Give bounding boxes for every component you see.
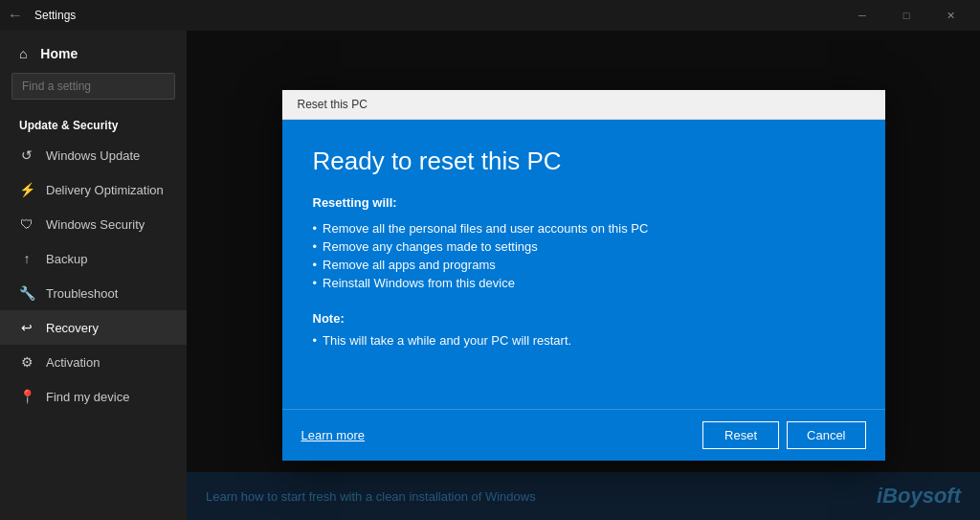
maximize-button[interactable]: □ <box>884 0 928 31</box>
search-input[interactable] <box>11 73 175 100</box>
dialog-buttons: Reset Cancel <box>702 421 865 449</box>
dialog-body: Ready to reset this PC Resetting will: R… <box>282 120 885 409</box>
reset-pc-dialog: Reset this PC Ready to reset this PC Res… <box>282 90 885 461</box>
title-bar: ← Settings ─ □ ✕ <box>0 0 980 31</box>
content-area: Learn how to start fresh with a clean in… <box>187 31 980 520</box>
sidebar-item-backup[interactable]: ↑ Backup <box>0 241 187 276</box>
list-item: Remove all the personal files and user a… <box>313 219 855 237</box>
note-label: Note: <box>313 311 855 326</box>
dialog-title-text: Reset this PC <box>298 98 368 111</box>
minimize-button[interactable]: ─ <box>840 0 884 31</box>
home-icon: ⌂ <box>19 46 27 61</box>
sidebar-item-find-device[interactable]: 📍 Find my device <box>0 379 187 414</box>
sidebar-item-windows-security[interactable]: 🛡 Windows Security <box>0 207 187 241</box>
app-title: Settings <box>34 9 840 22</box>
sidebar-item-delivery-optimization[interactable]: ⚡ Delivery Optimization <box>0 172 187 207</box>
modal-overlay: Reset this PC Ready to reset this PC Res… <box>187 31 980 520</box>
recovery-icon: ↩ <box>19 320 34 335</box>
sidebar-item-recovery[interactable]: ↩ Recovery <box>0 310 187 345</box>
list-item: Remove all apps and programs <box>313 256 855 274</box>
resetting-will-label: Resetting will: <box>313 195 855 210</box>
backup-icon: ↑ <box>19 251 34 266</box>
reset-button[interactable]: Reset <box>702 421 779 449</box>
activation-icon: ⚙ <box>19 354 34 370</box>
sidebar: ⌂ Home Update & Security ↺ Windows Updat… <box>0 31 187 520</box>
sidebar-item-windows-update[interactable]: ↺ Windows Update <box>0 138 187 172</box>
app-body: ⌂ Home Update & Security ↺ Windows Updat… <box>0 31 980 520</box>
delivery-optimization-icon: ⚡ <box>19 182 34 197</box>
windows-security-icon: 🛡 <box>19 216 34 232</box>
sidebar-item-activation[interactable]: ⚙ Activation <box>0 345 187 379</box>
learn-more-link[interactable]: Learn more <box>301 428 365 442</box>
resetting-list: Remove all the personal files and user a… <box>313 219 855 292</box>
sidebar-item-troubleshoot[interactable]: 🔧 Troubleshoot <box>0 276 187 310</box>
sidebar-section-label: Update & Security <box>0 111 187 138</box>
windows-update-icon: ↺ <box>19 147 34 163</box>
sidebar-home-item[interactable]: ⌂ Home <box>0 31 187 73</box>
dialog-heading: Ready to reset this PC <box>313 147 855 176</box>
close-button[interactable]: ✕ <box>928 0 972 31</box>
troubleshoot-icon: 🔧 <box>19 285 34 301</box>
cancel-button[interactable]: Cancel <box>787 421 865 449</box>
note-list-item: This will take a while and your PC will … <box>313 333 855 348</box>
dialog-spacer <box>313 348 855 386</box>
note-list: This will take a while and your PC will … <box>313 333 855 348</box>
window-controls: ─ □ ✕ <box>840 0 972 31</box>
back-button[interactable]: ← <box>8 7 23 24</box>
list-item: Remove any changes made to settings <box>313 237 855 256</box>
dialog-footer: Learn more Reset Cancel <box>282 409 885 461</box>
list-item: Reinstall Windows from this device <box>313 274 855 292</box>
find-device-icon: 📍 <box>19 389 34 404</box>
dialog-title-bar: Reset this PC <box>282 90 885 120</box>
